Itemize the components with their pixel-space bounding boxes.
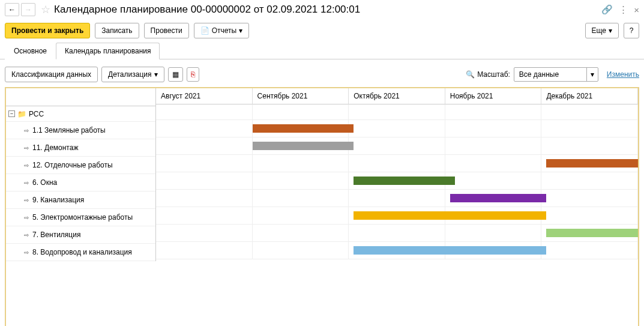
kebab-icon[interactable]: ⋮ bbox=[619, 4, 628, 15]
month-header-cell: Ноябрь 2021 bbox=[445, 88, 542, 104]
zoom-icon: 🔍 bbox=[466, 70, 475, 79]
reports-button[interactable]: 📄 Отчеты ▾ bbox=[194, 23, 249, 38]
chart-row bbox=[156, 225, 638, 242]
task-name: 7. Вентиляция bbox=[32, 231, 80, 239]
forward-button[interactable]: → bbox=[21, 3, 35, 16]
report-icon: 📄 bbox=[200, 26, 209, 35]
task-row[interactable]: ⇨6. Окна bbox=[6, 174, 155, 192]
folder-icon: 📁 bbox=[17, 110, 26, 118]
task-icon: ⇨ bbox=[24, 180, 29, 186]
help-button[interactable]: ? bbox=[624, 23, 639, 38]
task-name: 6. Окна bbox=[32, 178, 57, 187]
task-name: 12. Отделочные работы bbox=[32, 161, 113, 169]
task-row[interactable]: ⇨8. Водопровод и канализация bbox=[6, 244, 155, 261]
tab-main[interactable]: Основное bbox=[5, 43, 56, 59]
chart-row bbox=[156, 172, 638, 190]
task-icon: ⇨ bbox=[24, 197, 29, 204]
tab-calendar[interactable]: Календарь планирования bbox=[56, 43, 160, 59]
chart-row bbox=[156, 242, 638, 259]
task-row[interactable]: ⇨9. Канализация bbox=[6, 192, 155, 209]
task-row[interactable]: ⇨1.1 Земляные работы bbox=[6, 122, 155, 139]
gantt-bar[interactable] bbox=[546, 159, 638, 168]
grid-view-button[interactable]: ▦ bbox=[168, 67, 183, 82]
chart-group-row bbox=[156, 104, 638, 120]
link-icon[interactable]: 🔗 bbox=[601, 4, 613, 15]
chart-row bbox=[156, 155, 638, 172]
post-and-close-button[interactable]: Провести и закрыть bbox=[5, 23, 90, 38]
more-button[interactable]: Еще ▾ bbox=[585, 23, 619, 38]
task-name: 11. Демонтаж bbox=[32, 143, 78, 152]
task-name: 5. Электромонтажные работы bbox=[32, 213, 133, 222]
task-row[interactable]: ⇨5. Электромонтажные работы bbox=[6, 209, 155, 226]
scale-label: Масштаб: bbox=[477, 70, 510, 79]
gantt-chart: − 📁 РСС ⇨1.1 Земляные работы⇨11. Демонта… bbox=[5, 87, 639, 326]
chevron-down-icon: ▾ bbox=[609, 26, 612, 35]
task-icon: ⇨ bbox=[24, 249, 29, 256]
post-button[interactable]: Провести bbox=[144, 23, 189, 38]
gantt-bar[interactable] bbox=[354, 177, 455, 185]
chart-row bbox=[156, 190, 638, 207]
gantt-bar[interactable] bbox=[450, 194, 547, 202]
scale-value: Все данные bbox=[514, 70, 586, 79]
reports-label: Отчеты bbox=[212, 26, 236, 35]
task-icon: ⇨ bbox=[24, 127, 29, 134]
task-icon: ⇨ bbox=[24, 162, 29, 169]
month-header-cell: Сентябрь 2021 bbox=[253, 88, 349, 104]
more-label: Еще bbox=[592, 26, 606, 35]
task-icon: ⇨ bbox=[24, 145, 29, 151]
favorite-icon[interactable]: ☆ bbox=[41, 3, 50, 16]
save-button[interactable]: Записать bbox=[95, 23, 139, 38]
gantt-bar[interactable] bbox=[253, 142, 354, 150]
chevron-down-icon: ▾ bbox=[239, 26, 242, 35]
detail-label: Детализация bbox=[108, 70, 151, 79]
close-icon[interactable]: × bbox=[634, 5, 639, 15]
export-button[interactable]: ⎘ bbox=[187, 67, 199, 82]
chevron-down-icon: ▾ bbox=[154, 70, 158, 79]
task-name: 9. Канализация bbox=[32, 196, 84, 204]
chart-row bbox=[156, 120, 638, 137]
task-icon: ⇨ bbox=[24, 214, 29, 221]
gantt-bar[interactable] bbox=[354, 211, 546, 220]
task-row[interactable]: ⇨12. Отделочные работы bbox=[6, 157, 155, 174]
gantt-bar[interactable] bbox=[253, 124, 354, 133]
detail-button[interactable]: Детализация ▾ bbox=[101, 67, 164, 82]
task-name: 8. Водопровод и канализация bbox=[32, 248, 132, 256]
edit-link[interactable]: Изменить bbox=[607, 70, 639, 79]
classification-button[interactable]: Классификация данных bbox=[5, 67, 98, 82]
task-column-header bbox=[6, 88, 155, 106]
month-header-cell: Август 2021 bbox=[156, 88, 253, 104]
back-button[interactable]: ← bbox=[5, 3, 19, 16]
task-row[interactable]: ⇨11. Демонтаж bbox=[6, 139, 155, 157]
collapse-icon[interactable]: − bbox=[8, 110, 15, 117]
gantt-bar[interactable] bbox=[546, 229, 638, 237]
chart-row bbox=[156, 137, 638, 155]
gantt-bar[interactable] bbox=[354, 246, 546, 255]
group-row[interactable]: − 📁 РСС bbox=[6, 106, 155, 122]
task-row[interactable]: ⇨7. Вентиляция bbox=[6, 226, 155, 244]
group-label: РСС bbox=[29, 110, 44, 118]
task-icon: ⇨ bbox=[24, 232, 29, 238]
task-name: 1.1 Земляные работы bbox=[32, 126, 106, 134]
chevron-down-icon[interactable]: ▾ bbox=[586, 68, 598, 81]
chart-row bbox=[156, 207, 638, 225]
page-title: Календарное планирование 00-00000002 от … bbox=[54, 4, 601, 16]
scale-select[interactable]: Все данные ▾ bbox=[514, 67, 598, 82]
month-header-cell: Октябрь 2021 bbox=[349, 88, 445, 104]
month-header-cell: Декабрь 2021 bbox=[541, 88, 638, 104]
